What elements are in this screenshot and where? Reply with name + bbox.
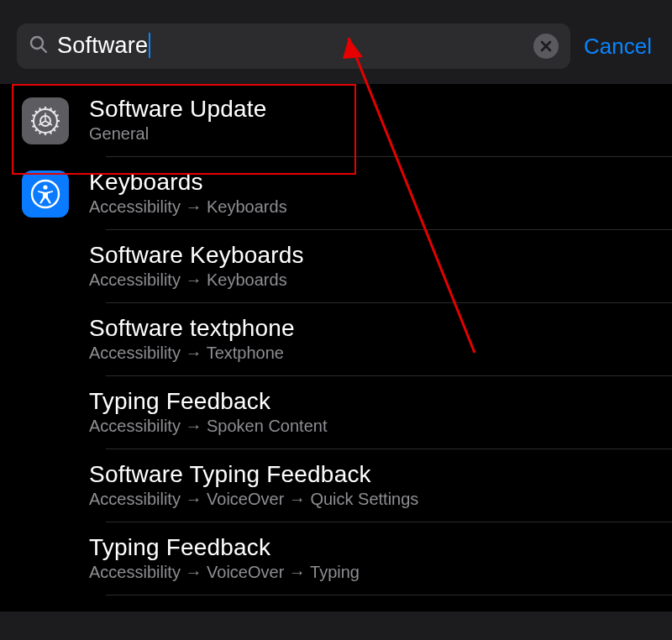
- result-title: Software textphone: [89, 315, 672, 342]
- svg-line-15: [50, 131, 52, 134]
- accessibility-icon: [22, 170, 69, 218]
- result-row[interactable]: Software Update General: [0, 84, 672, 157]
- svg-line-16: [50, 108, 52, 111]
- result-breadcrumb: Accessibility → VoiceOver → Typing: [89, 563, 672, 582]
- svg-line-18: [33, 115, 36, 117]
- result-title: Software Keyboards: [89, 242, 672, 269]
- result-row[interactable]: Software Keyboards Accessibility → Keybo…: [0, 230, 672, 303]
- result-title: Software Typing Feedback: [89, 461, 672, 488]
- result-row[interactable]: Typing Feedback Accessibility → VoiceOve…: [0, 522, 672, 595]
- svg-line-17: [39, 131, 41, 134]
- result-breadcrumb: Accessibility → Keyboards: [89, 270, 672, 290]
- search-input[interactable]: Software: [57, 33, 533, 60]
- result-breadcrumb: Accessibility → Textphone: [89, 344, 672, 363]
- svg-point-26: [43, 185, 47, 189]
- svg-line-1: [42, 48, 47, 53]
- cancel-button[interactable]: Cancel: [584, 34, 655, 60]
- clear-search-button[interactable]: [533, 34, 559, 59]
- svg-line-14: [39, 108, 41, 111]
- result-title: Typing Feedback: [89, 388, 672, 415]
- svg-line-20: [33, 125, 36, 127]
- search-field[interactable]: Software: [17, 24, 570, 69]
- result-row[interactable]: Typing Feedback Accessibility → Spoken C…: [0, 376, 672, 449]
- result-row[interactable]: Software Typing Feedback Accessibility →…: [0, 449, 672, 522]
- bottom-bar: [0, 611, 672, 640]
- text-cursor: [149, 33, 150, 58]
- result-breadcrumb: Accessibility → VoiceOver → Quick Settin…: [89, 490, 672, 509]
- result-breadcrumb: General: [89, 124, 672, 144]
- result-row[interactable]: Keyboards Accessibility → Keyboards: [0, 157, 672, 230]
- svg-line-19: [55, 125, 59, 127]
- result-breadcrumb: Accessibility → Keyboards: [89, 197, 672, 217]
- search-icon: [29, 34, 49, 58]
- search-bar: Software Cancel: [0, 0, 672, 84]
- result-breadcrumb: Accessibility → Spoken Content: [89, 417, 672, 436]
- svg-line-21: [55, 115, 59, 117]
- result-row[interactable]: Software textphone Accessibility → Textp…: [0, 303, 672, 376]
- result-title: Typing Feedback: [89, 534, 672, 561]
- result-title: Keyboards: [89, 169, 672, 196]
- result-title: Software Update: [89, 96, 672, 123]
- search-results: Software Update General Keyboards Access…: [0, 84, 672, 595]
- gear-icon: [22, 97, 69, 144]
- x-icon: [539, 39, 553, 53]
